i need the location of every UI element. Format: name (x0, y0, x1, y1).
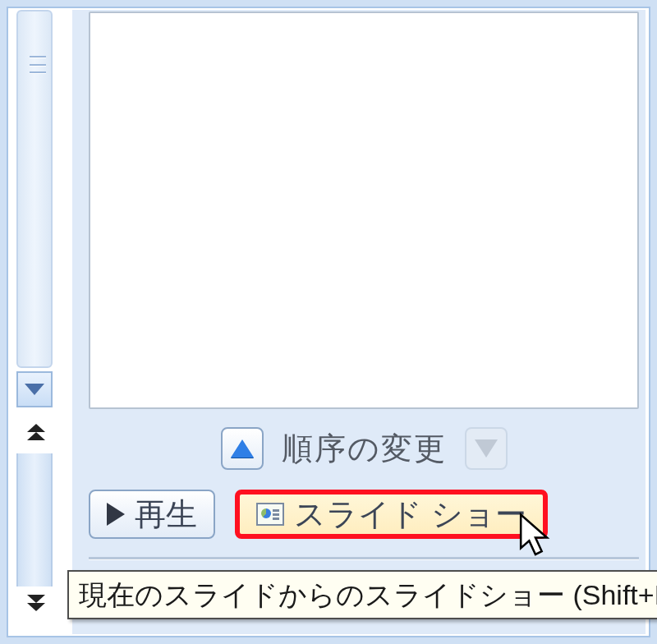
scrollbar-thumb[interactable] (30, 56, 46, 74)
scrollbar-track[interactable] (16, 10, 53, 368)
previous-slide-button[interactable] (20, 421, 53, 445)
play-icon (107, 503, 125, 526)
nav-scroll-track[interactable] (16, 453, 53, 586)
play-button[interactable]: 再生 (89, 490, 215, 539)
section-divider (89, 557, 639, 559)
slideshow-button[interactable]: スライド ショー (235, 490, 548, 539)
reorder-row: 順序の変更 (89, 422, 639, 475)
scroll-down-button[interactable] (16, 371, 53, 407)
slideshow-icon (256, 503, 284, 526)
tooltip: 現在のスライドからのスライドショー (Shift+F5) (67, 570, 657, 619)
arrow-down-icon (475, 439, 498, 458)
play-label: 再生 (135, 494, 197, 536)
next-slide-button[interactable] (20, 590, 53, 614)
svg-marker-3 (27, 603, 45, 611)
slideshow-label: スライド ショー (294, 494, 526, 536)
svg-marker-2 (27, 595, 45, 603)
arrow-up-icon (231, 439, 254, 458)
reorder-label: 順序の変更 (282, 428, 447, 470)
svg-marker-1 (27, 432, 45, 440)
chevron-down-icon (25, 384, 44, 395)
slides-scrollbar (11, 10, 64, 634)
action-row: 再生 スライド ショー (89, 483, 639, 545)
reorder-up-button[interactable] (221, 427, 264, 470)
animation-list[interactable] (89, 12, 639, 409)
svg-marker-0 (27, 424, 45, 432)
reorder-down-button[interactable] (465, 427, 508, 470)
